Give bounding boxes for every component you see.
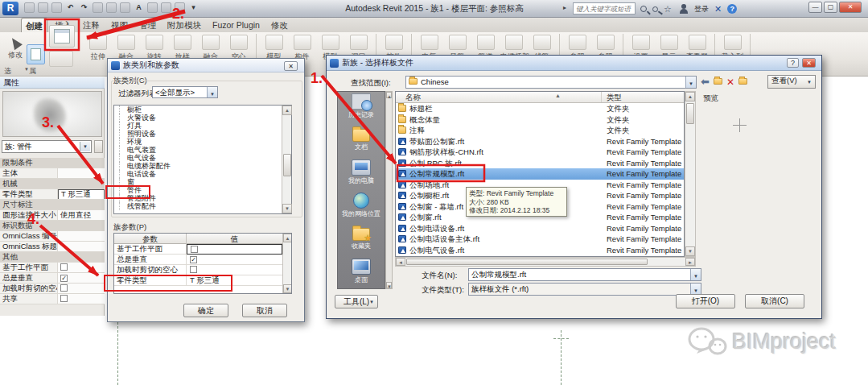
params-table-scrollbar[interactable] [282,234,292,293]
category-item-环境[interactable]: 环境 [114,138,291,146]
new-family-dialog-titlebar[interactable]: 新族 - 选择样板文件 [327,56,821,71]
scroll-down-icon[interactable] [685,246,695,256]
section-icon[interactable] [161,2,171,13]
signin-label[interactable]: 登录 [694,4,709,14]
file-row-公制电话设备主体.rft[interactable]: 公制电话设备主体.rftRevit Family Template [396,234,684,245]
measure-icon[interactable] [106,2,117,13]
file-row-注释[interactable]: 注释文件夹 [396,125,684,136]
file-row-公制电话设备.rft[interactable]: 公制电话设备.rftRevit Family Template [396,223,684,234]
family-dialog-close-icon[interactable] [284,61,298,71]
open-button[interactable]: 打开(O) [676,294,735,308]
undo-icon[interactable]: ↶ [65,2,76,13]
param-value[interactable] [187,265,282,275]
cancel-button[interactable]: 取消(C) [745,294,804,308]
family-category-parameters-button[interactable] [49,25,75,48]
category-item-管道附件[interactable]: 管道附件 [114,194,291,202]
properties-palette-button[interactable] [27,44,45,64]
property-value[interactable] [58,263,105,273]
category-item-火警设备[interactable]: 火警设备 [114,114,291,122]
tab-修改[interactable]: 修改 [267,18,292,32]
look-in-dropdown[interactable]: Chinese [405,76,697,89]
scroll-thumb[interactable] [283,154,291,176]
chevron-down-icon[interactable] [685,77,696,88]
sidebar-item-我的网络位置[interactable]: 我的网络位置 [338,191,385,224]
file-row-概念体量[interactable]: 概念体量文件夹 [396,114,684,126]
open-icon[interactable] [38,2,48,13]
scroll-up-icon[interactable] [283,234,292,242]
category-list-scrollbar[interactable] [282,106,291,213]
tab-视图[interactable]: 视图 [107,18,132,32]
checkbox-unchecked[interactable] [190,266,197,273]
print-icon[interactable] [93,2,103,13]
scroll-left-icon[interactable] [396,258,405,266]
title-expand-icon[interactable]: ▸ [563,4,566,11]
exchange-apps-icon[interactable]: ✕ [714,4,722,14]
properties-palette-header[interactable]: 属性 [0,77,105,89]
tools-menu-button[interactable]: 工具(L) [335,295,378,308]
user-icon[interactable] [679,4,689,14]
sidebar-item-文档[interactable]: 文档 [338,125,385,158]
property-value[interactable] [58,273,105,284]
thin-lines-icon[interactable] [175,2,185,13]
ok-button[interactable]: 确定 [183,304,228,317]
save-icon[interactable] [51,2,62,13]
chevron-down-icon[interactable] [690,284,701,295]
minimize-button[interactable]: — [808,2,822,13]
category-item-电话设备[interactable]: 电话设备 [114,170,291,178]
sidebar-item-历史记录[interactable]: 历史记录 [338,92,385,125]
filename-input[interactable]: 公制常规模型.rft [468,268,701,281]
favorites-star-icon[interactable]: ☆ [664,4,673,14]
tab-附加模块[interactable]: 附加模块 [163,18,205,32]
chevron-down-icon[interactable] [207,87,217,97]
scroll-thumb[interactable] [406,259,648,265]
dialog-help-icon[interactable] [787,58,799,68]
delete-icon[interactable]: ✕ [726,77,734,88]
help-icon[interactable]: ? [727,4,737,14]
tab-Fuzor Plugin[interactable]: Fuzor Plugin [208,18,264,32]
file-list-vscrollbar[interactable] [685,91,696,257]
category-item-电气设备[interactable]: 电气设备 [114,154,291,162]
param-value[interactable]: T 形三通 [187,275,282,286]
edit-type-button[interactable] [94,140,103,153]
file-row-钢筋形状样板-CHN.rft[interactable]: 钢筋形状样板-CHN.rftRevit Family Template [396,147,684,158]
param-value[interactable] [187,244,282,255]
property-value[interactable]: T 形三通 [58,189,105,200]
file-row-标题栏[interactable]: 标题栏文件夹 [396,103,684,114]
category-item-橱柜[interactable]: 橱柜 [114,106,291,114]
category-listbox[interactable]: 橱柜火警设备灯具照明设备环境电气装置电气设备电缆桥架配件电话设备窗管件管道附件线… [113,105,292,214]
sidebar-item-我的电脑[interactable]: 我的电脑 [338,158,385,191]
property-value[interactable] [58,231,105,242]
chevron-down-icon[interactable] [690,269,701,280]
checkbox-checked[interactable] [190,256,197,263]
filetype-dropdown[interactable]: 族样板文件 (*.rft) [468,283,701,296]
filter-list-dropdown[interactable]: <全部显示> [152,86,218,98]
checkbox-unchecked[interactable] [60,295,68,302]
dialog-close-icon[interactable] [802,58,816,68]
new-folder-icon[interactable] [738,78,747,87]
file-row-公制 RPC 族.rft[interactable]: 公制 RPC 族.rftRevit Family Template [396,158,684,169]
dimension-icon[interactable] [120,2,130,13]
search-input[interactable] [573,2,636,14]
category-item-照明设备[interactable]: 照明设备 [114,130,291,138]
family-type-selector[interactable]: 族: 管件▼ [2,140,92,153]
value-column-header[interactable]: 值 [187,234,282,244]
family-dialog-titlebar[interactable]: 族类别和族参数 [108,59,304,72]
application-menu-icon[interactable] [24,2,35,13]
back-icon[interactable]: ⬅ [701,77,710,88]
scroll-right-icon[interactable] [685,258,695,266]
sidebar-item-桌面[interactable]: 桌面 [338,257,385,289]
tab-管理[interactable]: 管理 [135,18,160,32]
file-row-公制常规模型.rft[interactable]: 公制常规模型.rftRevit Family Template [396,168,684,180]
cancel-button[interactable]: 取消 [242,304,287,317]
scroll-up-icon[interactable] [386,92,392,98]
category-item-管件[interactable]: 管件 [114,186,291,194]
category-item-线管配件[interactable]: 线管配件 [114,202,291,210]
category-item-电气装置[interactable]: 电气装置 [114,146,291,154]
scroll-up-icon[interactable] [685,92,695,101]
more-tools-icon[interactable]: ▾ [188,2,199,13]
category-item-灯具[interactable]: 灯具 [114,122,291,130]
checkbox-checked[interactable] [60,275,68,282]
category-item-窗[interactable]: 窗 [114,178,291,186]
up-one-level-icon[interactable] [714,78,722,87]
scroll-thumb[interactable] [686,103,694,124]
